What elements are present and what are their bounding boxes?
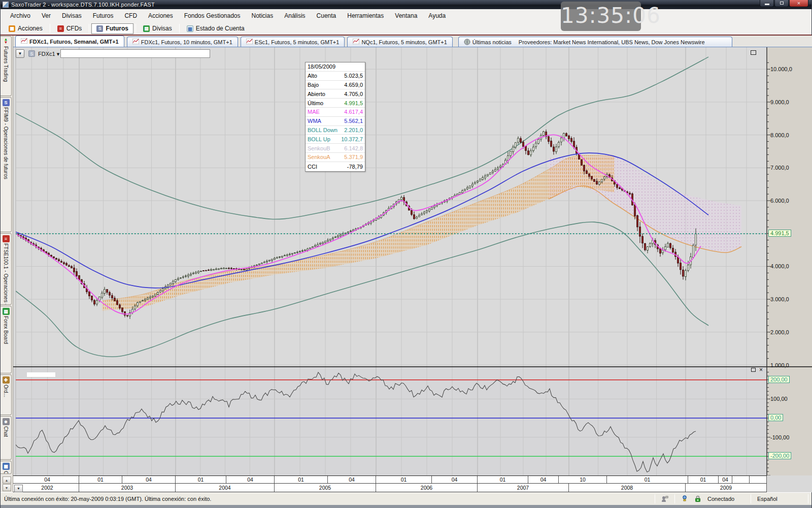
symbol-label[interactable]: FDXc1 ▾ (38, 51, 59, 57)
tab-fdxc1-futuros-10-minutos-gmt-1[interactable]: FDXc1, Futuros, 10 minutos, GMT+1 (127, 37, 238, 47)
menu-ver[interactable]: Ver (36, 10, 56, 21)
price-tick-9000: 9.000,0 (770, 99, 789, 105)
tooltip-label: CCI (308, 164, 317, 170)
menu-noticias[interactable]: Noticias (246, 10, 279, 21)
month-cell (732, 476, 750, 483)
tab-bar: FDXc1, Futuros, Semanal, GMT+1FDXc1, Fut… (13, 36, 812, 47)
tooltip-label: SenkouB (308, 145, 330, 151)
restore-button[interactable] (774, 0, 789, 7)
news-providers: Proveedores: Market News International, … (519, 39, 705, 45)
menu-futuros[interactable]: Futuros (87, 10, 119, 21)
cci-restore-button[interactable] (751, 368, 756, 373)
toolbar-estado-de-cuenta-button[interactable]: ▤Estado de Cuenta (182, 23, 250, 34)
tooltip-value: 4.705,0 (344, 91, 363, 97)
sidebar-item-chat[interactable]: ☻Chat (1, 416, 12, 460)
close-button[interactable]: × (789, 0, 808, 7)
toolbar-acciones-button[interactable]: ▦Acciones (4, 23, 48, 34)
year-cell-2006: 2006 (376, 484, 478, 492)
news-globe-icon (464, 39, 470, 45)
month-cell-01: 01 (79, 476, 122, 483)
symbol-search-input[interactable] (60, 49, 210, 58)
tab-ultimas-noticias[interactable]: Últimas noticiasProveedores: Market News… (458, 37, 732, 47)
tooltip-label: SenkouA (308, 154, 330, 160)
price-tick-2000: 2.000,0 (770, 329, 789, 335)
menu-ventana[interactable]: Ventana (389, 10, 423, 21)
tab-esc1-futuros-5-minutos-gmt-1[interactable]: ESc1, Futuros, 5 minutos, GMT+1 (241, 37, 345, 47)
chart-canvas[interactable] (13, 47, 812, 475)
cci-close-button[interactable]: × (759, 367, 763, 372)
chart-dropdown-button[interactable]: ▼ (16, 49, 24, 58)
title-bar: SaxoTrader 2 - workspace.DTS.7.100.IKH.p… (1, 0, 811, 9)
tooltip-value: -78,79 (347, 164, 363, 170)
toolbar-futuros-button[interactable]: SFuturos (91, 23, 133, 34)
tooltip-date: 18/05/2009 (308, 64, 335, 70)
sidebar-item-ffim9-operaciones-de-futuros[interactable]: SFFIM9 - Operaciones de futuros (1, 97, 12, 232)
tooltip-row-boll-up: BOLL Up10.372,7 (306, 135, 365, 144)
window-frame (1, 505, 811, 508)
menu-bar: ArchivoVerDivisasFuturosCFDAccionesFondo… (1, 9, 811, 22)
menu-an-lisis[interactable]: Análisis (279, 10, 311, 21)
sidebar-item-rd[interactable]: ✚Órd... (1, 374, 12, 415)
menu-divisas[interactable]: Divisas (56, 10, 87, 21)
price-tick-3000: 3.000,0 (770, 296, 789, 302)
tab-nqc1-futuros-5-minutos-gmt-1[interactable]: NQc1, Futuros, 5 minutos, GMT+1 (347, 37, 452, 47)
sidebar-item-label: Futures Trading (3, 46, 9, 82)
news-tab-label: Últimas noticias (472, 39, 512, 45)
cfds-icon: ≡ (57, 25, 64, 32)
chart-maximize-button[interactable] (751, 50, 756, 56)
tooltip-row-wma: WMA5.562,1 (306, 117, 365, 126)
sidebar-item-calendari[interactable]: ▦Calendari (1, 461, 12, 474)
sidebar-scroll-down[interactable]: ▼ (3, 484, 11, 491)
tab-fdxc1-futuros-semanal-gmt-1[interactable]: FDXc1, Futuros, Semanal, GMT+1 (15, 36, 124, 47)
window-controls: × (759, 0, 808, 7)
year-cell-2009: 2009 (686, 484, 767, 492)
menu-fondos-gestionados[interactable]: Fondos Gestionados (179, 10, 246, 21)
sidebar-scroll: ▲▼ (1, 476, 13, 492)
tooltip-value: 4.659,0 (344, 82, 363, 88)
chart-tab-icon (246, 39, 253, 45)
toolbar-separator (89, 24, 89, 33)
sidebar-item-forex-board[interactable]: ▤Forex Board (1, 306, 12, 373)
language-selector[interactable]: Español (754, 496, 805, 502)
cci-tick--100: -100,00 (770, 434, 789, 440)
last-price-label: 4.991,5 (768, 230, 791, 237)
month-cell-01: 01 (376, 476, 432, 483)
toolbar-divisas-button[interactable]: ▤Divisas (138, 23, 177, 34)
year-cell-2007: 2007 (478, 484, 569, 492)
menu-archivo[interactable]: Archivo (5, 10, 36, 21)
tooltip-value: 2.201,0 (344, 127, 363, 133)
month-cell-01: 01 (688, 476, 719, 483)
toolbar-cfds-button[interactable]: ≡CFDs (52, 23, 87, 34)
tooltip-label: WMA (308, 118, 321, 124)
forex-icon: ▤ (143, 25, 150, 32)
toolbar: ▦Acciones≡CFDsSFuturos▤Divisas▤Estado de… (1, 22, 811, 36)
tooltip-row-abierto: Abierto4.705,0 (306, 89, 365, 99)
menu-cuenta[interactable]: Cuenta (311, 10, 342, 21)
sidebar-scroll-up[interactable]: ▲ (3, 477, 11, 484)
month-cell-04: 04 (528, 476, 559, 483)
price-tick-7000: 7.000,0 (770, 165, 789, 171)
tooltip-row-ltimo: Último4.991,5 (306, 99, 365, 108)
toolbar-label: Futuros (106, 25, 128, 32)
sidebar-item-futures-trading[interactable]: ▲▼Futures Trading (1, 36, 12, 96)
menu-herramientas[interactable]: Herramientas (342, 10, 389, 21)
tooltip-row-senkoua: SenkouA5.371,9 (306, 153, 365, 162)
month-cell-04: 04 (328, 476, 376, 483)
axis-combo-button[interactable]: ▼ (14, 485, 23, 492)
status-bar: Última conexión con éxito: 20-may-2009 0… (1, 492, 811, 505)
tooltip-value: 6.142,8 (344, 145, 363, 151)
forex-board-icon: ▤ (3, 308, 10, 315)
tab-label: FDXc1, Futuros, Semanal, GMT+1 (29, 39, 119, 45)
menu-ayuda[interactable]: Ayuda (423, 10, 451, 21)
menu-cfd[interactable]: CFD (119, 10, 143, 21)
price-tick-10000: 10.000,0 (770, 66, 792, 72)
minimize-button[interactable] (760, 0, 774, 7)
chat-status-icon (658, 495, 671, 502)
year-cell-2008: 2008 (569, 484, 686, 492)
tooltip-value: 5.562,1 (344, 118, 363, 124)
sidebar-item-label: Órd... (3, 385, 9, 397)
futures-account-icon: S (3, 99, 10, 106)
menu-acciones[interactable]: Acciones (143, 10, 179, 21)
sidebar-item-ftse100-1-operaciones-de-cfd[interactable]: ≡FTSE100.1 - Operaciones de CFD (1, 233, 12, 305)
chart-window: ▼ S FDXc1 ▾ × 18/05/2009 Alto5.023,5Bajo… (13, 47, 812, 492)
